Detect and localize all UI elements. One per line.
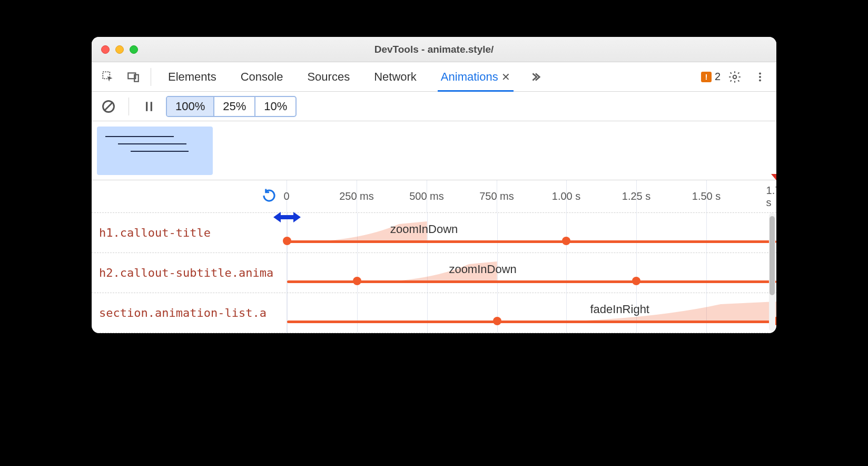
svg-point-6: [759, 79, 761, 81]
svg-point-5: [759, 75, 761, 77]
animation-row: section.animation-list.afadeInRight: [92, 293, 776, 333]
speed-label: 100%: [175, 100, 205, 113]
scrollbar-thumb[interactable]: [770, 216, 775, 295]
ruler-tick: 1.75 s: [766, 180, 776, 212]
animation-name: zoomInDown: [449, 263, 516, 276]
tab-label: Sources: [307, 70, 350, 84]
keyframe-handle[interactable]: [283, 237, 291, 245]
tab-sources[interactable]: Sources: [297, 62, 360, 92]
more-tabs-icon[interactable]: [524, 66, 546, 88]
tab-label: Animations: [441, 70, 498, 84]
close-window-button[interactable]: [101, 45, 110, 54]
animation-bar[interactable]: [287, 240, 776, 243]
ruler-tick: 1.25 s: [622, 180, 650, 212]
separator: [151, 68, 151, 86]
speed-10[interactable]: 10%: [255, 97, 295, 116]
warnings-badge[interactable]: ! 2: [701, 71, 721, 83]
inspect-element-icon[interactable]: [97, 66, 119, 88]
ruler-tick: 1.50 s: [692, 180, 721, 212]
tab-elements[interactable]: Elements: [157, 62, 227, 92]
animation-name: zoomInDown: [390, 222, 458, 236]
keyframe-handle[interactable]: [353, 277, 361, 285]
tab-label: Console: [241, 70, 283, 84]
svg-point-3: [733, 75, 737, 79]
playhead-icon[interactable]: [271, 210, 303, 225]
pause-icon[interactable]: [140, 97, 159, 116]
window-titlebar: DevTools - animate.style/: [92, 37, 776, 62]
speed-25[interactable]: 25%: [214, 97, 255, 116]
speed-label: 25%: [223, 100, 246, 113]
tab-label: Network: [374, 70, 417, 84]
minimize-window-button[interactable]: [115, 45, 124, 54]
animation-group-thumb[interactable]: [97, 127, 213, 175]
tab-animations[interactable]: Animations✕: [430, 62, 521, 92]
window-controls: [101, 45, 138, 54]
separator: [129, 98, 129, 115]
window-title: DevTools - animate.style/: [92, 44, 776, 55]
speed-selector: 100% 25% 10%: [166, 96, 297, 117]
ruler-tick: 500 ms: [409, 180, 444, 212]
animation-rows: h1.callout-titlezoomInDownh2.callout-sub…: [92, 213, 776, 333]
speed-label: 10%: [264, 100, 287, 113]
animation-track[interactable]: zoomInDown: [287, 213, 776, 253]
clear-icon[interactable]: [99, 97, 118, 116]
element-selector[interactable]: h1.callout-title: [92, 213, 287, 253]
tab-label: Elements: [168, 70, 216, 84]
svg-line-8: [104, 102, 113, 110]
ruler-tick: 1.00 s: [552, 180, 580, 212]
scrollbar[interactable]: [769, 213, 775, 331]
end-marker-icon: [771, 174, 776, 180]
timeline: 0250 ms500 ms750 ms1.00 s1.25 s1.50 s1.7…: [92, 180, 776, 333]
animation-group-strip: [92, 121, 776, 180]
animations-toolbar: 100% 25% 10%: [92, 92, 776, 121]
svg-point-4: [759, 72, 761, 74]
warning-count: 2: [715, 71, 721, 83]
element-selector[interactable]: section.animation-list.a: [92, 293, 287, 333]
animation-name: fadeInRight: [590, 303, 649, 316]
animation-row: h1.callout-titlezoomInDown: [92, 213, 776, 253]
ruler-tick: 250 ms: [339, 180, 374, 212]
keyframe-handle[interactable]: [562, 237, 570, 245]
devtools-window: DevTools - animate.style/ Elements Conso…: [92, 37, 776, 333]
animation-row: h2.callout-subtitle.animazoomInDown: [92, 253, 776, 293]
speed-100[interactable]: 100%: [167, 97, 214, 116]
maximize-window-button[interactable]: [130, 45, 138, 54]
tab-console[interactable]: Console: [230, 62, 294, 92]
animation-track[interactable]: zoomInDown: [287, 253, 776, 293]
tab-network[interactable]: Network: [363, 62, 427, 92]
ruler-ticks[interactable]: 0250 ms500 ms750 ms1.00 s1.25 s1.50 s1.7…: [287, 180, 776, 212]
element-selector[interactable]: h2.callout-subtitle.anima: [92, 253, 287, 293]
timeline-ruler: 0250 ms500 ms750 ms1.00 s1.25 s1.50 s1.7…: [92, 180, 776, 213]
keyframe-handle[interactable]: [493, 317, 501, 325]
tab-bar: Elements Console Sources Network Animati…: [92, 62, 776, 92]
animation-bar[interactable]: [287, 321, 776, 323]
ruler-tick: 750 ms: [479, 180, 514, 212]
device-toggle-icon[interactable]: [122, 66, 144, 88]
animation-track[interactable]: fadeInRight: [287, 293, 776, 333]
settings-icon[interactable]: [724, 66, 746, 88]
close-icon[interactable]: ✕: [501, 71, 510, 83]
ruler-tick: 0: [283, 180, 289, 212]
more-icon[interactable]: [749, 66, 771, 88]
warning-icon: !: [701, 72, 712, 82]
replay-icon[interactable]: [261, 188, 277, 206]
keyframe-handle[interactable]: [632, 277, 640, 285]
